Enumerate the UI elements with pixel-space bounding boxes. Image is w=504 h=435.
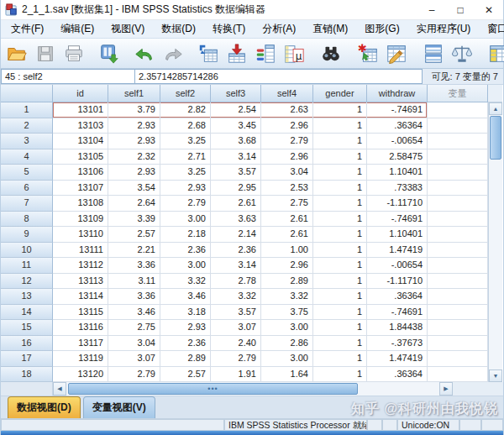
cell[interactable]	[428, 320, 488, 336]
scroll-down-button[interactable]: ▼	[489, 369, 502, 382]
cell[interactable]: 2.57	[108, 227, 160, 243]
scroll-up-button[interactable]: ▲	[489, 102, 502, 115]
cell[interactable]: 3.63	[211, 212, 261, 228]
cell[interactable]: 2.82	[160, 102, 211, 118]
cell[interactable]: 2.93	[160, 181, 211, 197]
cell[interactable]: 3.45	[211, 118, 261, 134]
cell[interactable]: 3.25	[160, 165, 211, 181]
cell[interactable]: 3.75	[261, 305, 313, 321]
menu-item-data[interactable]: 数据(D)	[153, 19, 204, 39]
menu-item-analyze[interactable]: 分析(A)	[254, 19, 304, 39]
cell[interactable]	[428, 196, 488, 212]
menu-item-transform[interactable]: 转换(T)	[204, 19, 254, 39]
menu-item-view[interactable]: 视图(V)	[102, 19, 153, 39]
undo-icon[interactable]	[132, 41, 157, 66]
cell[interactable]	[428, 274, 488, 290]
cell[interactable]: 13120	[53, 367, 108, 383]
cell[interactable]: 3.39	[108, 212, 160, 228]
cell[interactable]: 1	[313, 305, 367, 321]
scroll-right-button[interactable]: ▶	[439, 382, 453, 396]
cell[interactable]: -.00654	[367, 258, 428, 274]
cell[interactable]: 2.79	[108, 367, 160, 383]
cell[interactable]: 2.18	[160, 227, 211, 243]
cell[interactable]: 3.00	[160, 212, 211, 228]
column-header-gender[interactable]: gender	[313, 85, 367, 102]
minimize-button[interactable]: –	[417, 0, 446, 19]
cell[interactable]: 3.00	[160, 258, 211, 274]
cell[interactable]	[428, 102, 488, 118]
cell[interactable]: 1	[313, 320, 367, 336]
row-header[interactable]: 17	[1, 351, 53, 367]
cell[interactable]	[428, 351, 488, 367]
cell[interactable]: -1.11710	[367, 274, 428, 290]
cell[interactable]: 13105	[53, 149, 108, 165]
cell[interactable]: 3.00	[261, 351, 313, 367]
descriptive-statistics-icon[interactable]: μ	[281, 41, 307, 66]
column-header-self2[interactable]: self2	[160, 85, 211, 102]
cell[interactable]: 1	[313, 289, 367, 305]
cell[interactable]: 1.47419	[367, 243, 428, 259]
cell[interactable]: 2.79	[261, 134, 313, 149]
cell[interactable]	[428, 289, 488, 305]
print-icon[interactable]	[61, 41, 87, 66]
cell[interactable]: 2.36	[211, 243, 261, 259]
cell[interactable]: 2.86	[261, 336, 313, 352]
cell[interactable]: 2.57	[160, 367, 211, 383]
cell[interactable]: 2.63	[261, 102, 313, 118]
cell[interactable]: 2.53	[261, 181, 313, 197]
cell[interactable]: 3.07	[211, 320, 261, 336]
cell[interactable]: 2.79	[160, 196, 211, 212]
cell[interactable]: -1.11710	[367, 196, 428, 212]
cell[interactable]: 1.91	[211, 367, 261, 383]
cell[interactable]: 2.71	[160, 149, 211, 165]
cell[interactable]: 2.14	[211, 227, 261, 243]
cell[interactable]: 1	[313, 134, 367, 149]
menu-item-direct-marketing[interactable]: 直销(M)	[304, 19, 356, 39]
cell[interactable]: 3.11	[108, 274, 160, 290]
cell[interactable]: 2.32	[108, 149, 160, 165]
row-header[interactable]: 10	[1, 243, 53, 259]
cell[interactable]: 2.61	[261, 227, 313, 243]
row-header[interactable]: 7	[1, 196, 53, 212]
cell[interactable]: 13112	[53, 258, 108, 274]
save-icon[interactable]	[33, 41, 58, 66]
cell[interactable]	[428, 118, 488, 134]
cell[interactable]	[428, 212, 488, 228]
cell[interactable]: 3.14	[211, 149, 261, 165]
vertical-scrollbar[interactable]: ▲ ▼	[488, 85, 502, 382]
cell[interactable]	[428, 181, 488, 197]
cell[interactable]: 3.04	[108, 336, 160, 352]
cell[interactable]: 1	[313, 351, 367, 367]
cell[interactable]: 1	[313, 149, 367, 165]
cell[interactable]: 2.54	[211, 102, 261, 118]
cell[interactable]: 1	[313, 274, 367, 290]
horizontal-scroll-thumb[interactable]: •••	[68, 383, 358, 395]
menu-item-utilities[interactable]: 实用程序(U)	[408, 19, 480, 39]
cell[interactable]: 13114	[53, 289, 108, 305]
cell[interactable]: 2.89	[261, 274, 313, 290]
cell[interactable]: 1	[313, 243, 367, 259]
cell[interactable]: 3.36	[108, 289, 160, 305]
menu-item-graphs[interactable]: 图形(G)	[356, 19, 407, 39]
column-header-self3[interactable]: self3	[211, 85, 261, 102]
cell[interactable]: 13106	[53, 165, 108, 181]
cell[interactable]: 1.00	[261, 243, 313, 259]
cell[interactable]: 2.93	[108, 165, 160, 181]
open-file-icon[interactable]	[4, 41, 29, 66]
cell[interactable]: -.74691	[367, 212, 428, 228]
cell[interactable]: .36364	[367, 118, 428, 134]
cell[interactable]: 3.57	[211, 165, 261, 181]
cell[interactable]: 2.93	[108, 118, 160, 134]
variables-icon[interactable]	[253, 41, 278, 66]
cell[interactable]	[428, 134, 488, 149]
cell[interactable]	[428, 165, 488, 181]
recall-dialogs-icon[interactable]	[97, 41, 122, 66]
cell[interactable]: 3.25	[160, 134, 211, 149]
cell[interactable]: -.74691	[367, 102, 428, 118]
cell[interactable]: .73383	[367, 181, 428, 197]
cell[interactable]: 3.46	[160, 289, 211, 305]
cell[interactable]: 13110	[53, 227, 108, 243]
cell[interactable]: 13101	[53, 102, 108, 118]
cell[interactable]: 2.36	[160, 336, 211, 352]
row-header[interactable]: 2	[1, 118, 53, 134]
